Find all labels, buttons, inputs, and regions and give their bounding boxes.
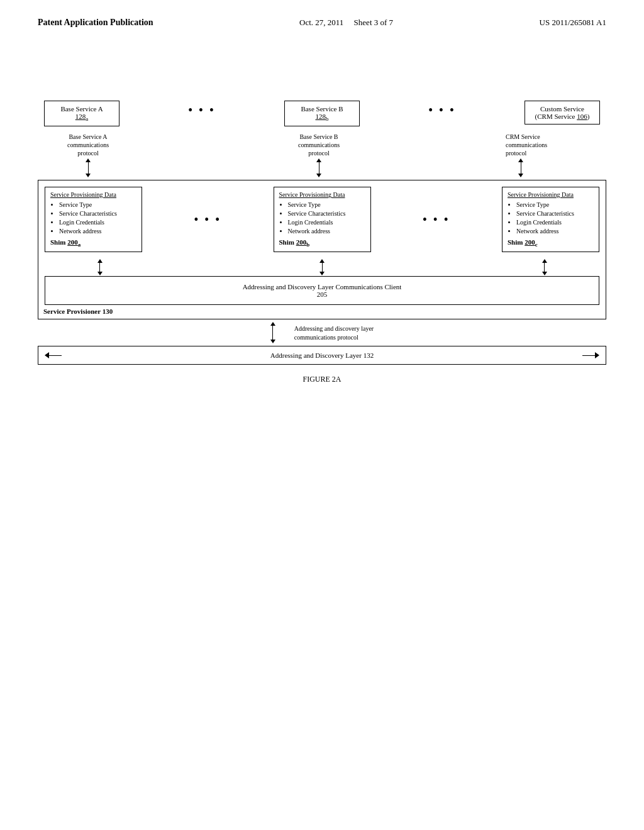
service-boxes-row: Base Service A 128a • • • Base Service B…	[38, 101, 606, 126]
spd-item-c2: Service Characteristics	[516, 209, 594, 218]
shim-box-c: Service Provisioning Data Service Type S…	[502, 187, 599, 252]
spd-item-c4: Network address	[516, 227, 594, 236]
spd-list-a: Service Type Service Characteristics Log…	[50, 201, 136, 236]
comm-c-section: CRM Servicecommunicationsprotocol	[506, 133, 600, 177]
spd-item-a2: Service Characteristics	[59, 209, 136, 218]
arrow-c	[518, 158, 523, 177]
service-provisioner-label: Service Provisioner 130	[38, 305, 606, 319]
service-b-label2: 128b	[292, 113, 352, 122]
diagram-area: Base Service A 128a • • • Base Service B…	[38, 101, 606, 755]
arrow-shim-a	[51, 259, 148, 275]
adl-layer-box: Addressing and Discovery Layer 132	[38, 346, 606, 365]
adl-arrow-and-label: Addressing and discovery layercommunicat…	[270, 322, 374, 343]
shim-boxes-row: Service Provisioning Data Service Type S…	[38, 180, 606, 258]
spd-item-a1: Service Type	[59, 201, 136, 209]
comm-a-section: Base Service Acommunicationsprotocol	[44, 133, 132, 177]
spd-title-b: Service Provisioning Data	[279, 191, 365, 198]
adl-client-number: 205	[52, 290, 592, 298]
spd-item-c3: Login Credentials	[516, 218, 594, 227]
service-box-custom: Custom Service (CRM Service 106)	[525, 101, 600, 124]
comm-c-label: CRM Servicecommunicationsprotocol	[506, 133, 547, 157]
spd-list-c: Service Type Service Characteristics Log…	[508, 201, 594, 236]
dots-2: • • •	[429, 104, 456, 123]
shim-dots-2: • • •	[421, 187, 452, 252]
date: Oct. 27, 2011	[299, 18, 343, 27]
service-box-a: Base Service A 128a	[44, 101, 119, 126]
spd-item-b1: Service Type	[288, 201, 365, 209]
adl-client-label: Addressing and Discovery Layer Communica…	[52, 283, 592, 290]
spd-item-b2: Service Characteristics	[288, 209, 365, 218]
publication-label: Patent Application Publication	[38, 18, 153, 28]
comm-a-label: Base Service Acommunicationsprotocol	[67, 133, 109, 157]
shim-box-b: Service Provisioning Data Service Type S…	[274, 187, 371, 252]
adl-right-side	[582, 352, 599, 358]
spd-item-b4: Network address	[288, 227, 365, 236]
custom-service-label1: Custom Service	[533, 105, 592, 113]
service-box-b: Base Service B 128b	[284, 101, 360, 126]
spd-title-a: Service Provisioning Data	[50, 191, 136, 198]
sheet-info: Sheet 3 of 7	[354, 18, 393, 27]
service-provisioner-box: Service Provisioning Data Service Type S…	[38, 180, 606, 319]
shim-to-adl-arrows	[38, 258, 606, 276]
adl-client-box: Addressing and Discovery Layer Communica…	[45, 276, 599, 305]
page-header: Patent Application Publication Oct. 27, …	[0, 0, 644, 28]
comm-b-section: Base Service Bcommunicationsprotocol	[275, 133, 363, 177]
service-a-label1: Base Service A	[52, 105, 111, 113]
figure-label: FIGURE 2A	[38, 375, 606, 384]
comm-protocol-section: Base Service Acommunicationsprotocol Bas…	[38, 133, 606, 177]
service-b-label1: Base Service B	[292, 105, 352, 113]
shim-name-c: Shim 200c	[508, 238, 594, 248]
service-a-label2: 128a	[52, 113, 111, 122]
date-sheet: Oct. 27, 2011 Sheet 3 of 7	[299, 18, 393, 28]
adl-protocol-label: Addressing and discovery layercommunicat…	[294, 324, 374, 342]
adl-center-arrow-section: Addressing and discovery layercommunicat…	[38, 322, 606, 343]
patent-number: US 2011/265081 A1	[540, 18, 606, 28]
shim-name-b: Shim 200b	[279, 238, 365, 248]
shim-box-a: Service Provisioning Data Service Type S…	[45, 187, 142, 252]
shim-name-a: Shim 200a	[50, 238, 136, 248]
adl-left-side	[45, 352, 62, 358]
spd-item-a4: Network address	[59, 227, 136, 236]
spd-item-a3: Login Credentials	[59, 218, 136, 227]
spd-title-c: Service Provisioning Data	[508, 191, 594, 198]
arrow-shim-b	[274, 259, 371, 275]
spd-item-c1: Service Type	[516, 201, 594, 209]
adl-layer-inner: Addressing and Discovery Layer 132	[45, 351, 599, 359]
adl-layer-label: Addressing and Discovery Layer 132	[62, 351, 582, 359]
arrow-a	[86, 158, 91, 177]
spd-list-b: Service Type Service Characteristics Log…	[279, 201, 365, 236]
arrow-shim-c	[496, 259, 593, 275]
comm-b-label: Base Service Bcommunicationsprotocol	[298, 133, 340, 157]
spd-item-b3: Login Credentials	[288, 218, 365, 227]
custom-service-label2: (CRM Service 106)	[533, 113, 592, 120]
arrow-b	[316, 158, 321, 177]
dots-1: • • •	[189, 104, 216, 123]
adl-arrow	[270, 322, 275, 343]
shim-dots-1: • • •	[192, 187, 223, 252]
